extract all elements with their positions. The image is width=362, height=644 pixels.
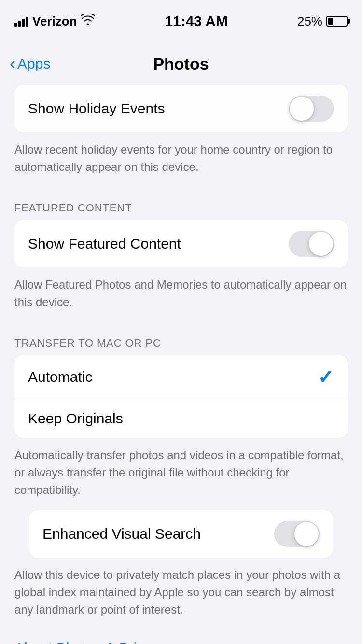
back-button[interactable]: ‹ Apps [10, 55, 50, 72]
enhanced-visual-search-description: Allow this device to privately match pla… [0, 558, 362, 630]
enhanced-visual-search-group: Enhanced Visual Search [29, 510, 333, 558]
nav-bar: ‹ Apps Photos [0, 42, 362, 85]
show-featured-content-label: Show Featured Content [28, 236, 181, 252]
enhanced-visual-search-row: Enhanced Visual Search [29, 510, 333, 558]
about-photos-privacy-link[interactable]: About Photos & Privacy... [0, 630, 362, 644]
transfer-header: TRANSFER TO MAC OR PC [0, 337, 362, 355]
featured-content-header: FEATURED CONTENT [0, 202, 362, 220]
back-chevron-icon: ‹ [10, 55, 15, 72]
transfer-group: Automatic ✓ Keep Originals [14, 355, 348, 438]
holiday-events-section: Show Holiday Events [14, 85, 348, 132]
carrier-label: Verizon [32, 14, 77, 29]
holiday-events-toggle[interactable] [289, 96, 334, 122]
holiday-events-label: Show Holiday Events [28, 100, 165, 117]
show-featured-content-toggle[interactable] [289, 231, 334, 257]
page-title: Photos [153, 55, 209, 73]
status-right: 25% [297, 14, 348, 29]
enhanced-visual-search-section: Enhanced Visual Search [14, 510, 348, 558]
settings-content: Show Holiday Events Allow recent holiday… [0, 85, 362, 644]
transfer-section: TRANSFER TO MAC OR PC Automatic ✓ Keep O… [0, 337, 362, 510]
holiday-events-description: Allow recent holiday events for your hom… [0, 132, 362, 187]
status-time: 11:43 AM [165, 13, 228, 29]
keep-originals-row[interactable]: Keep Originals [14, 399, 348, 438]
status-bar: Verizon 11:43 AM 25% [0, 0, 362, 42]
keep-originals-label: Keep Originals [28, 410, 123, 427]
featured-content-section: FEATURED CONTENT Show Featured Content A… [0, 202, 362, 322]
automatic-label: Automatic [28, 369, 92, 385]
battery-icon [326, 16, 348, 27]
holiday-events-row: Show Holiday Events [14, 85, 348, 132]
signal-bars-icon [14, 16, 28, 27]
transfer-description: Automatically transfer photos and videos… [0, 438, 362, 510]
automatic-checkmark: ✓ [318, 366, 334, 388]
featured-content-group: Show Featured Content [14, 220, 348, 267]
enhanced-visual-search-label: Enhanced Visual Search [42, 526, 201, 542]
wifi-icon [81, 14, 95, 28]
show-featured-content-row: Show Featured Content [14, 220, 348, 267]
status-left: Verizon [14, 14, 95, 29]
featured-content-description: Allow Featured Photos and Memories to au… [0, 267, 362, 322]
enhanced-visual-search-toggle[interactable] [274, 521, 320, 547]
automatic-row[interactable]: Automatic ✓ [14, 355, 348, 399]
back-label: Apps [17, 56, 50, 72]
battery-percentage: 25% [297, 14, 322, 29]
